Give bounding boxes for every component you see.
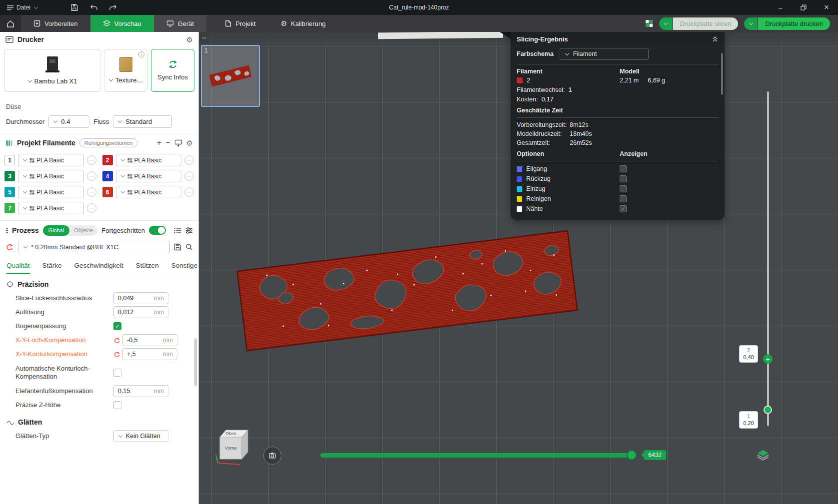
- filament-column-header: Filament: [517, 68, 620, 75]
- filament-more-button[interactable]: [87, 171, 96, 181]
- resolution-input[interactable]: 0,012mm: [113, 306, 168, 318]
- filament-chip[interactable]: 5: [4, 187, 15, 197]
- tab-projekt[interactable]: Projekt: [212, 15, 268, 32]
- filament-chip[interactable]: 2: [102, 155, 113, 165]
- tab-vorschau[interactable]: Vorschau: [90, 15, 154, 32]
- seams-show-checkbox[interactable]: [620, 205, 627, 212]
- filament-select[interactable]: PLA Basic: [116, 154, 182, 166]
- filament-chip[interactable]: 1: [4, 155, 15, 165]
- color-scheme-select[interactable]: Filament: [560, 48, 649, 60]
- filament-select[interactable]: PLA Basic: [116, 186, 182, 198]
- minimize-button[interactable]: –: [769, 0, 792, 15]
- printer-select-card[interactable]: Bambu Lab X1: [4, 49, 100, 92]
- unretract-show-checkbox[interactable]: [620, 185, 627, 192]
- close-button[interactable]: ×: [815, 0, 838, 15]
- filament-chip[interactable]: 3: [4, 171, 15, 181]
- redo-button[interactable]: [109, 4, 117, 11]
- filament-chip[interactable]: 7: [4, 203, 15, 213]
- slice-plate-button[interactable]: Druckplatte slicen: [673, 17, 739, 30]
- plate-thumbnail[interactable]: 1: [201, 45, 260, 107]
- filament-select[interactable]: PLA Basic: [18, 186, 84, 198]
- reset-icon[interactable]: [113, 351, 122, 358]
- chevron-down-icon: [23, 157, 27, 161]
- settings-scrollbar[interactable]: [194, 338, 197, 386]
- panel-scrollbar[interactable]: [721, 53, 723, 95]
- add-filament-button[interactable]: +: [157, 139, 161, 147]
- reset-preset-icon[interactable]: [5, 243, 14, 251]
- printer-settings-gear-icon[interactable]: ⚙: [186, 36, 193, 43]
- tab-kalibrierung[interactable]: ⚙ Kalibrierung: [268, 15, 338, 32]
- precise-z-checkbox[interactable]: [113, 401, 121, 409]
- ams-sync-button[interactable]: [174, 139, 182, 147]
- tab-geraet[interactable]: Gerät: [154, 15, 207, 32]
- file-menu[interactable]: Datei: [0, 0, 45, 15]
- scope-global[interactable]: Global: [43, 225, 70, 236]
- print-dropdown-button[interactable]: [744, 17, 758, 30]
- scope-toggle[interactable]: Global Objekte: [43, 225, 98, 236]
- toolpath-progress-slider[interactable]: 6432: [320, 450, 666, 460]
- save-button[interactable]: [70, 3, 78, 11]
- project-file-icon: [225, 20, 231, 27]
- undo-button[interactable]: [89, 4, 98, 11]
- filament-settings-gear-icon[interactable]: ⚙: [186, 139, 193, 147]
- reset-icon[interactable]: [113, 337, 122, 344]
- flow-select[interactable]: Standard: [113, 115, 172, 128]
- progress-track[interactable]: [320, 453, 635, 458]
- filament-more-button[interactable]: [184, 155, 194, 165]
- filament-more-button[interactable]: [87, 203, 96, 213]
- layers-view-button[interactable]: [756, 448, 771, 463]
- plate-type-card[interactable]: i Texture…: [104, 49, 147, 92]
- remove-filament-button[interactable]: −: [165, 139, 170, 147]
- tab-geschwindigkeit[interactable]: Geschwindigkeit: [74, 258, 123, 274]
- tune-button[interactable]: [185, 227, 193, 234]
- slice-dropdown-button[interactable]: [659, 17, 673, 30]
- filament-chip[interactable]: 4: [102, 171, 113, 181]
- layer-add-button[interactable]: +: [763, 354, 773, 364]
- print-plate-button[interactable]: Druckplatte drucken: [758, 17, 830, 30]
- setting-list-button[interactable]: [174, 227, 181, 234]
- advanced-toggle[interactable]: [149, 226, 166, 235]
- filament-more-button[interactable]: [87, 155, 96, 165]
- filament-select[interactable]: PLA Basic: [18, 170, 84, 182]
- wipe-show-checkbox[interactable]: [620, 195, 627, 202]
- elephant-foot-input[interactable]: 0,15mm: [113, 385, 168, 397]
- plate-color-icon[interactable]: [645, 19, 653, 27]
- xy-contour-comp-input[interactable]: +,5mm: [122, 348, 177, 360]
- layer-slider-handle[interactable]: [764, 406, 772, 414]
- arc-fitting-checkbox[interactable]: [113, 322, 121, 330]
- camera-view-button[interactable]: [263, 447, 281, 465]
- info-icon[interactable]: i: [138, 51, 144, 57]
- xy-hole-comp-input[interactable]: -0,5mm: [122, 334, 177, 346]
- tab-qualitaet[interactable]: Qualität: [6, 258, 30, 274]
- tab-sonstige[interactable]: Sonstige: [171, 258, 198, 274]
- tab-stuetzen[interactable]: Stützen: [136, 258, 159, 274]
- preset-select[interactable]: * 0.20mm Standard @BBL X1C: [18, 241, 170, 253]
- filament-chip[interactable]: 6: [102, 187, 113, 197]
- layer-slider-track[interactable]: [767, 91, 769, 426]
- maximize-button[interactable]: [792, 0, 815, 15]
- travel-show-checkbox[interactable]: [620, 165, 627, 172]
- scope-objects[interactable]: Objekte: [69, 227, 97, 233]
- filament-more-button[interactable]: [184, 171, 194, 181]
- home-button[interactable]: [0, 15, 21, 32]
- save-preset-button[interactable]: [174, 243, 181, 251]
- orientation-cube[interactable]: Oben Vorne: [214, 422, 250, 468]
- panel-collapse-handle[interactable]: ‹›: [199, 32, 209, 43]
- flush-volumes-button[interactable]: Reinigungsvolumen: [79, 138, 138, 147]
- tab-vorbereiten[interactable]: Vorbereiten: [21, 15, 90, 32]
- filament-select[interactable]: PLA Basic: [18, 154, 84, 166]
- search-settings-button[interactable]: [185, 243, 193, 251]
- filament-more-button[interactable]: [184, 187, 194, 197]
- gap-closing-input[interactable]: 0,049mm: [113, 292, 168, 304]
- smoothing-type-select[interactable]: Kein Glätten: [113, 430, 168, 442]
- diameter-select[interactable]: 0.4: [48, 115, 89, 128]
- auto-hole-comp-checkbox[interactable]: [113, 369, 121, 377]
- tab-staerke[interactable]: Stärke: [42, 258, 62, 274]
- filament-select[interactable]: PLA Basic: [116, 170, 182, 182]
- filament-select[interactable]: PLA Basic: [18, 202, 84, 214]
- progress-handle[interactable]: [627, 450, 637, 460]
- sync-infos-button[interactable]: Sync Infos: [151, 49, 194, 92]
- collapse-panel-button[interactable]: [712, 36, 719, 42]
- retract-show-checkbox[interactable]: [620, 175, 627, 182]
- filament-more-button[interactable]: [87, 187, 96, 197]
